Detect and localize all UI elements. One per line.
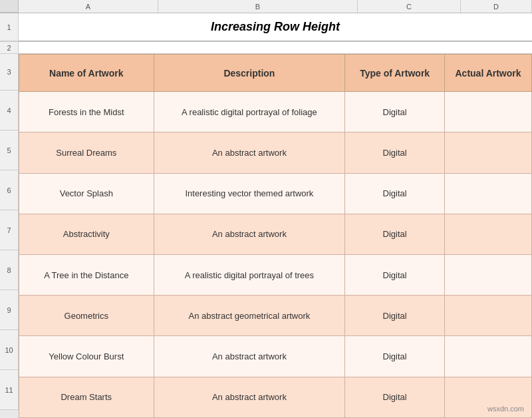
table-row: Forests in the Midst A realistic digital… (19, 92, 532, 132)
col-a-header: A (19, 0, 158, 13)
table-row: Surreal Dreams An abstract artwork Digit… (19, 132, 532, 173)
header-description: Description (154, 55, 345, 92)
table-row: Vector Splash Interesting vector themed … (19, 173, 532, 214)
header-name: Name of Artwork (19, 55, 154, 92)
row-2-empty: 2 (0, 42, 532, 54)
cell-desc-0: A realistic digital portrayal of foliage (154, 92, 345, 132)
title-area: 1 Increasing Row Height (0, 13, 532, 42)
row-num-1: 1 (0, 13, 19, 41)
cell-type-0: Digital (345, 92, 445, 132)
row-num-6: 6 (0, 170, 19, 210)
cell-artwork-2 (445, 173, 532, 214)
row-num-9: 9 (0, 290, 19, 330)
cell-artwork-3 (445, 214, 532, 254)
cell-name-5: Geometrics (19, 296, 154, 336)
corner-cell (0, 0, 19, 13)
row-num-5: 5 (0, 130, 19, 170)
table-row: Geometrics An abstract geometrical artwo… (19, 296, 532, 336)
table-row: Yellow Colour Burst An abstract artwork … (19, 336, 532, 377)
cell-name-6: Yellow Colour Burst (19, 336, 154, 377)
cell-type-1: Digital (345, 132, 445, 173)
cell-desc-1: An abstract artwork (154, 132, 345, 173)
table-row: Abstractivity An abstract artwork Digita… (19, 214, 532, 254)
cell-desc-5: An abstract geometrical artwork (154, 296, 345, 336)
row-num-4: 4 (0, 91, 19, 130)
row-num-7: 7 (0, 210, 19, 250)
data-table: Name of Artwork Description Type of Artw… (19, 54, 532, 418)
cell-name-0: Forests in the Midst (19, 92, 154, 132)
spreadsheet-title: Increasing Row Height (19, 13, 532, 41)
row-2-content (19, 42, 532, 53)
col-b-header: B (158, 0, 358, 13)
row-numbers-col: 3 4 5 6 7 8 9 10 11 (0, 54, 19, 418)
header-artwork: Actual Artwork (445, 55, 532, 92)
column-header-row: A B C D (0, 0, 532, 13)
table-header-row: Name of Artwork Description Type of Artw… (19, 55, 532, 92)
cell-artwork-5 (445, 296, 532, 336)
cell-desc-6: An abstract artwork (154, 336, 345, 377)
col-letters: A B C D (19, 0, 532, 13)
row-num-11: 11 (0, 370, 19, 410)
cell-artwork-0 (445, 92, 532, 132)
cell-name-2: Vector Splash (19, 173, 154, 214)
cell-artwork-1 (445, 132, 532, 173)
cell-type-3: Digital (345, 214, 445, 254)
cell-name-3: Abstractivity (19, 214, 154, 254)
cell-desc-3: An abstract artwork (154, 214, 345, 254)
cell-name-7: Dream Starts (19, 377, 154, 417)
cell-name-1: Surreal Dreams (19, 132, 154, 173)
row-num-2: 2 (0, 42, 19, 53)
cell-name-4: A Tree in the Distance (19, 255, 154, 296)
cell-type-7: Digital (345, 377, 445, 417)
cell-desc-4: A realistic digital portrayal of trees (154, 255, 345, 296)
row-num-3: 3 (0, 54, 19, 91)
table-wrapper: 3 4 5 6 7 8 9 10 11 Name of Artwork Desc… (0, 54, 532, 418)
row-num-8: 8 (0, 250, 19, 290)
col-c-header: C (358, 0, 461, 13)
cell-type-5: Digital (345, 296, 445, 336)
table-row: A Tree in the Distance A realistic digit… (19, 255, 532, 296)
cell-desc-7: An abstract artwork (154, 377, 345, 417)
cell-type-6: Digital (345, 336, 445, 377)
cell-type-4: Digital (345, 255, 445, 296)
cell-desc-2: Interesting vector themed artwork (154, 173, 345, 214)
cell-artwork-4 (445, 255, 532, 296)
row-num-10: 10 (0, 330, 19, 370)
cell-artwork-6 (445, 336, 532, 377)
table-row: Dream Starts An abstract artwork Digital (19, 377, 532, 417)
spreadsheet-container: A B C D 1 Increasing Row Height 2 3 4 5 … (0, 0, 532, 418)
col-d-header: D (461, 0, 532, 13)
watermark: wsxdn.com (487, 405, 524, 413)
cell-type-2: Digital (345, 173, 445, 214)
header-type: Type of Artwork (345, 55, 445, 92)
